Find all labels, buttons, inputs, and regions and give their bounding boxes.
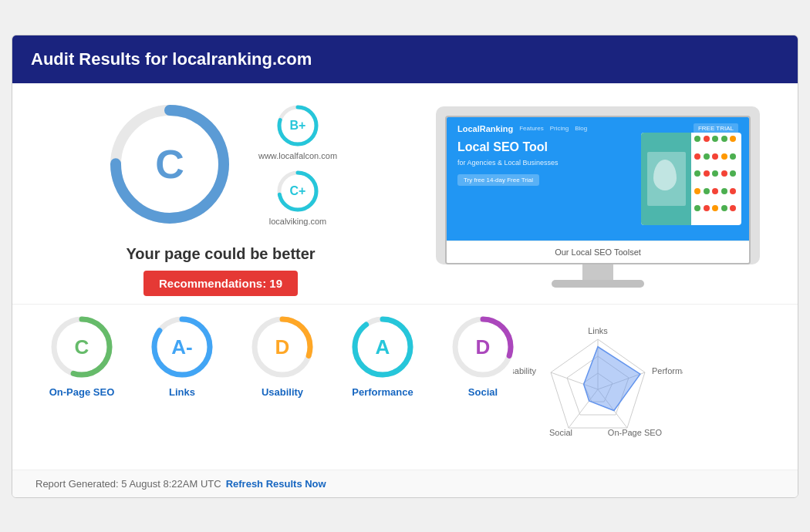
competitor-2: C+ localviking.com <box>258 168 337 226</box>
monitor-wrap: LocalRanking Features Pricing Blog FREE … <box>436 106 760 288</box>
competitor-2-url: localviking.com <box>269 217 327 226</box>
report-generated-text: Report Generated: 5 August 8:22AM UTC <box>35 478 221 490</box>
footer: Report Generated: 5 August 8:22AM UTC Re… <box>12 470 798 497</box>
score-usability-label: Usability <box>262 386 303 398</box>
competitor-circles: B+ www.localfalcon.com C+ localviking <box>258 103 337 226</box>
refresh-link[interactable]: Refresh Results Now <box>226 478 326 490</box>
score-performance-label: Performance <box>352 386 413 398</box>
bottom-section: C On-Page SEO A- Links <box>12 304 798 470</box>
screen-map <box>641 133 741 225</box>
svg-text:Social: Social <box>549 428 572 437</box>
audit-card: Audit Results for localranking.com C <box>12 35 798 498</box>
page-message: Your page could be better <box>126 245 315 263</box>
screen-hero: Local SEO Tool <box>457 140 559 156</box>
page-title: Audit Results for localranking.com <box>31 49 312 69</box>
score-usability: D Usability <box>236 312 329 398</box>
svg-text:Links: Links <box>588 326 608 335</box>
main-content: C B+ www.localfalcon.com <box>12 83 798 304</box>
score-on-page-seo: C On-Page SEO <box>35 312 128 398</box>
score-on-page-seo-label: On-Page SEO <box>49 386 115 398</box>
monitor-screen: LocalRanking Features Pricing Blog FREE … <box>445 116 751 264</box>
monitor-base <box>552 280 644 288</box>
main-grade-circle: C <box>104 99 235 230</box>
competitor-1-grade: B+ <box>290 119 306 133</box>
score-links: A- Links <box>136 312 228 398</box>
right-panel: LocalRanking Features Pricing Blog FREE … <box>421 99 775 296</box>
recommendations-button[interactable]: Recommendations: 19 <box>143 271 298 296</box>
monitor-neck <box>582 264 613 280</box>
screen-top: LocalRanking Features Pricing Blog FREE … <box>447 117 749 241</box>
screen-logo: LocalRanking <box>457 124 513 133</box>
page-header: Audit Results for localranking.com <box>12 35 798 83</box>
score-performance: A Performance <box>336 312 429 398</box>
screen-caption: Our Local SEO Toolset <box>447 241 749 263</box>
score-cards: C On-Page SEO A- Links <box>35 312 413 398</box>
competitor-2-grade: C+ <box>290 184 306 198</box>
svg-text:Performance: Performance <box>652 366 683 375</box>
competitor-1-url: www.localfalcon.com <box>258 151 337 160</box>
svg-text:On-Page SEO: On-Page SEO <box>608 428 663 437</box>
screen-sub: for Agencies & Local Businesses <box>457 159 559 167</box>
monitor: LocalRanking Features Pricing Blog FREE … <box>436 106 760 264</box>
grade-section: C B+ www.localfalcon.com <box>104 99 337 230</box>
score-links-label: Links <box>169 386 195 398</box>
radar-chart: Links Performance On-Page SEO Social Usa… <box>513 312 683 459</box>
competitor-1: B+ www.localfalcon.com <box>258 103 337 160</box>
svg-marker-24 <box>584 346 640 410</box>
left-panel: C B+ www.localfalcon.com <box>35 99 406 296</box>
main-grade-letter: C <box>155 141 184 187</box>
